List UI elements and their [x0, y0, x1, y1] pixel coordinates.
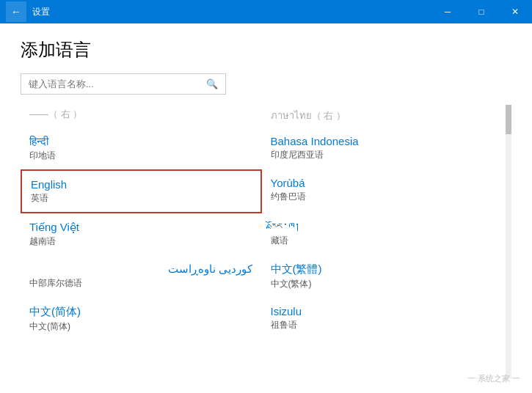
lang-native-hindi: 印地语 — [29, 150, 253, 162]
lang-name-kurdish: كوردیی ناوەڕاست — [29, 262, 253, 276]
faded-item-left: ——（ 右 ） — [21, 105, 262, 126]
lang-item-chinese-simplified[interactable]: 中文(简体) 中文(简体) — [21, 298, 262, 340]
search-box[interactable]: 🔍 — [21, 73, 226, 95]
lang-name-tieng-viet: Tiếng Việt — [29, 221, 253, 234]
lang-item-english[interactable]: English 英语 — [21, 169, 262, 213]
lang-native-tieng-viet: 越南语 — [29, 235, 253, 248]
language-grid: हिन्दी 印地语 Bahasa Indonesia 印度尼西亚语 Engli… — [21, 128, 511, 340]
language-list: ——（ 右 ） ภาษาไทย（ 右 ） हिन्दी 印地语 Bahasa I… — [21, 105, 511, 378]
close-button[interactable]: ✕ — [498, 0, 532, 23]
lang-item-hindi[interactable]: हिन्दी 印地语 — [21, 128, 262, 169]
scrollbar-thumb[interactable] — [506, 105, 511, 134]
lang-native-english: 英语 — [31, 192, 252, 205]
scrollbar-track[interactable] — [506, 105, 511, 378]
lang-native-chinese-traditional: 中文(繁体) — [271, 278, 495, 290]
lang-name-hindi: हिन्दी — [29, 135, 253, 148]
lang-native-bahasa-indonesia: 印度尼西亚语 — [271, 149, 495, 161]
lang-name-isizulu: Isizulu — [271, 305, 495, 317]
back-button[interactable]: ← — [6, 1, 26, 22]
lang-native-isizulu: 祖鲁语 — [271, 319, 495, 331]
lang-name-chinese-simplified: 中文(简体) — [29, 305, 253, 319]
lang-name-chinese-traditional: 中文(繁體) — [271, 262, 495, 276]
lang-name-tibetan: རྫོང་ཁ། — [271, 221, 495, 233]
lang-native-kurdish: 中部库尔德语 — [29, 277, 253, 290]
search-input[interactable] — [29, 78, 206, 89]
lang-name-bahasa-indonesia: Bahasa Indonesia — [271, 135, 495, 147]
lang-name-english: English — [31, 178, 252, 191]
lang-native-yoruba: 约鲁巴语 — [271, 191, 495, 203]
title-bar-text: 设置 — [32, 6, 50, 18]
search-icon: 🔍 — [206, 78, 218, 89]
faded-top-row: ——（ 右 ） ภาษาไทย（ 右 ） — [21, 105, 511, 126]
lang-item-chinese-traditional[interactable]: 中文(繁體) 中文(繁体) — [262, 255, 503, 298]
content-area: 添加语言 🔍 ——（ 右 ） ภาษาไทย（ 右 ） हिन्दी 印地语 B… — [0, 23, 532, 393]
lang-item-isizulu[interactable]: Isizulu 祖鲁语 — [262, 298, 503, 340]
lang-native-chinese-simplified: 中文(简体) — [29, 320, 253, 333]
main-window: ← 设置 ─ □ ✕ 添加语言 🔍 ——（ 右 ） ภาษาไทย（ 右 ） — [0, 0, 532, 393]
lang-item-yoruba[interactable]: Yorùbá 约鲁巴语 — [262, 169, 503, 213]
lang-name-yoruba: Yorùbá — [271, 177, 495, 189]
lang-item-tieng-viet[interactable]: Tiếng Việt 越南语 — [21, 213, 262, 255]
minimize-button[interactable]: ─ — [431, 0, 464, 23]
faded-item-right: ภาษาไทย（ 右 ） — [262, 105, 503, 126]
lang-item-kurdish[interactable]: كوردیی ناوەڕاست 中部库尔德语 — [21, 255, 262, 298]
lang-native-tibetan: 藏语 — [271, 235, 495, 247]
title-bar-controls: ─ □ ✕ — [431, 0, 532, 23]
maximize-button[interactable]: □ — [464, 0, 498, 23]
lang-item-tibetan[interactable]: རྫོང་ཁ། 藏语 — [262, 213, 503, 255]
lang-item-bahasa-indonesia[interactable]: Bahasa Indonesia 印度尼西亚语 — [262, 128, 503, 169]
title-bar-left: ← 设置 — [6, 1, 50, 22]
page-title: 添加语言 — [21, 38, 511, 62]
title-bar: ← 设置 ─ □ ✕ — [0, 0, 532, 23]
